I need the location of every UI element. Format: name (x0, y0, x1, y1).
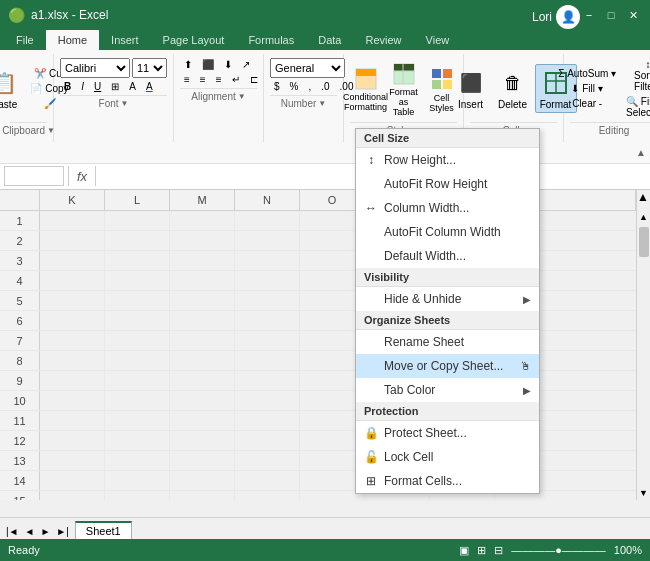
autofit-column-label: AutoFit Column Width (384, 225, 501, 239)
menu-item-move-copy[interactable]: Move or Copy Sheet... 🖱 (356, 354, 539, 378)
move-copy-label: Move or Copy Sheet... (384, 359, 503, 373)
menu-item-autofit-column[interactable]: AutoFit Column Width (356, 220, 539, 244)
hide-unhide-arrow: ▶ (523, 294, 531, 305)
format-dropdown-menu: Cell Size ↕ Row Height... AutoFit Row He… (355, 128, 540, 494)
protect-sheet-icon: 🔒 (362, 424, 380, 442)
column-width-icon: ↔ (362, 199, 380, 217)
protect-sheet-label: Protect Sheet... (384, 426, 467, 440)
menu-item-format-cells[interactable]: ⊞ Format Cells... (356, 469, 539, 493)
menu-item-lock-cell[interactable]: 🔓 Lock Cell (356, 445, 539, 469)
format-cells-icon: ⊞ (362, 472, 380, 490)
menu-item-column-width[interactable]: ↔ Column Width... (356, 196, 539, 220)
row-height-icon: ↕ (362, 151, 380, 169)
menu-item-default-width[interactable]: Default Width... (356, 244, 539, 268)
rename-sheet-label: Rename Sheet (384, 335, 464, 349)
lock-cell-icon: 🔓 (362, 448, 380, 466)
autofit-row-label: AutoFit Row Height (384, 177, 487, 191)
menu-item-tab-color[interactable]: Tab Color ▶ (356, 378, 539, 402)
menu-section-protection: Protection (356, 402, 539, 421)
menu-item-protect-sheet[interactable]: 🔒 Protect Sheet... (356, 421, 539, 445)
menu-item-row-height[interactable]: ↕ Row Height... (356, 148, 539, 172)
format-cells-label: Format Cells... (384, 474, 462, 488)
default-width-label: Default Width... (384, 249, 466, 263)
dropdown-overlay[interactable]: Cell Size ↕ Row Height... AutoFit Row He… (0, 0, 650, 561)
menu-item-autofit-row[interactable]: AutoFit Row Height (356, 172, 539, 196)
menu-section-visibility: Visibility (356, 268, 539, 287)
tab-color-label: Tab Color (384, 383, 435, 397)
cursor-indicator: 🖱 (520, 360, 531, 372)
hide-unhide-label: Hide & Unhide (384, 292, 461, 306)
menu-item-hide-unhide[interactable]: Hide & Unhide ▶ (356, 287, 539, 311)
menu-section-organize: Organize Sheets (356, 311, 539, 330)
lock-cell-label: Lock Cell (384, 450, 433, 464)
tab-color-arrow: ▶ (523, 385, 531, 396)
row-height-label: Row Height... (384, 153, 456, 167)
menu-section-cell-size: Cell Size (356, 129, 539, 148)
menu-item-rename-sheet[interactable]: Rename Sheet (356, 330, 539, 354)
column-width-label: Column Width... (384, 201, 469, 215)
